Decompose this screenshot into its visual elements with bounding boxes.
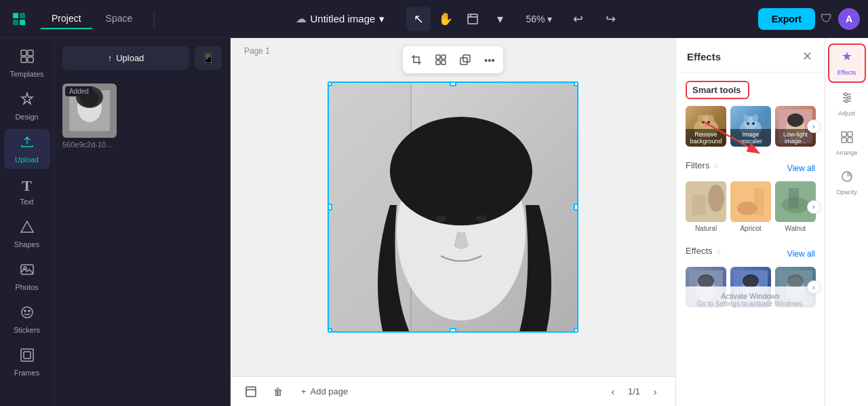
svg-rect-1 (20, 13, 25, 18)
handle-ml[interactable] (328, 204, 332, 210)
sidebar-item-frames[interactable]: Frames (4, 342, 50, 382)
handle-bm[interactable] (450, 328, 456, 333)
crop-tool-btn[interactable] (406, 49, 427, 71)
image-upscaler-thumbnail: Image upscaler (730, 106, 771, 147)
add-page-button[interactable]: + Add page (296, 384, 353, 399)
remove-bg-overlay: Remove background (686, 129, 726, 147)
sidebar-item-text[interactable]: T Text (4, 172, 50, 211)
svg-rect-26 (436, 60, 440, 64)
handle-br[interactable] (574, 328, 578, 333)
sidebar-item-design[interactable]: Design (4, 86, 50, 126)
file-name: 560e9c2d-1036-410... (62, 141, 117, 149)
smart-tools-next-btn[interactable]: › (807, 119, 821, 133)
project-tabs: Project Space (41, 9, 143, 29)
sidebar-item-upload[interactable]: Upload (4, 129, 50, 169)
svg-point-14 (22, 307, 33, 318)
handle-bl[interactable] (328, 328, 332, 333)
svg-rect-60 (754, 188, 764, 215)
mini-adjust-btn[interactable]: Adjust (828, 86, 866, 122)
page-settings-btn[interactable] (241, 382, 260, 401)
grid-tool-btn[interactable] (430, 49, 452, 71)
toolbar-icons: ↖ ✋ ▾ (406, 7, 512, 31)
frame-dropdown-btn[interactable]: ▾ (488, 7, 512, 31)
svg-rect-80 (848, 132, 852, 136)
canvas-bottom-bar: 🗑 + Add page ‹ 1/1 › (231, 376, 675, 406)
remove-bg-card[interactable]: Remove background (686, 106, 726, 147)
svg-point-54 (787, 113, 804, 127)
handle-tl[interactable] (328, 81, 332, 86)
mini-arrange-btn[interactable]: Arrange (828, 125, 866, 162)
add-page-plus: + (301, 386, 307, 396)
phone-icon: 📱 (201, 52, 215, 64)
export-button[interactable]: Export (758, 8, 815, 30)
effects-next-btn[interactable]: › (807, 280, 821, 294)
canvas-image[interactable]: ↻ (328, 81, 578, 333)
mini-effects-btn[interactable]: Effects (828, 43, 866, 83)
svg-rect-4 (468, 14, 477, 24)
effects-view-all[interactable]: View all (787, 249, 815, 259)
select-tool-btn[interactable]: ↖ (406, 7, 431, 31)
sidebar-item-stickers[interactable]: Stickers (4, 299, 50, 339)
topbar-right: Export 🛡 A (758, 8, 860, 30)
natural-filter-card[interactable]: Natural (686, 181, 726, 232)
apricot-filter-card[interactable]: Apricot (730, 181, 771, 232)
adjust-mini-icon (840, 91, 854, 108)
svg-point-44 (707, 121, 710, 124)
design-label: Design (15, 113, 38, 121)
mini-opacity-btn[interactable]: Opacity (828, 164, 866, 201)
arrange-mini-icon (840, 130, 854, 147)
zoom-control[interactable]: 56% ▾ (520, 11, 557, 27)
smart-tools-section: Smart tools Re (676, 73, 825, 152)
sidebar-item-templates[interactable]: Templates (4, 43, 50, 84)
filters-view-all[interactable]: View all (787, 164, 815, 173)
svg-rect-58 (730, 181, 771, 222)
next-page-btn[interactable]: › (646, 382, 665, 401)
redo-btn[interactable]: ↪ (598, 7, 623, 31)
logo-icon[interactable] (8, 8, 30, 30)
delete-btn[interactable]: 🗑 (269, 382, 288, 401)
svg-rect-29 (460, 58, 467, 64)
image-upscaler-card[interactable]: Image upscaler (730, 106, 771, 147)
avatar[interactable]: A (838, 8, 860, 30)
effects-sub-label: Effects ○ (686, 246, 721, 256)
image-upscaler-overlay: Image upscaler (730, 129, 771, 147)
pan-tool-btn[interactable]: ✋ (433, 7, 458, 31)
right-mini-sidebar: Effects Adjust (825, 38, 868, 406)
prev-page-btn[interactable]: ‹ (604, 382, 623, 401)
page-number: 1/1 (628, 386, 640, 396)
effects-sub-header: Effects ○ View all (686, 246, 815, 261)
undo-btn[interactable]: ↩ (566, 7, 590, 31)
copy-tool-btn[interactable] (454, 49, 476, 71)
doc-title-area[interactable]: ☁ Untitled image ▾ (296, 12, 385, 25)
filters-next-btn[interactable]: › (807, 200, 821, 214)
doc-title-text: Untitled image (311, 13, 376, 24)
svg-point-34 (390, 117, 532, 225)
svg-point-66 (698, 274, 714, 288)
effects-close-btn[interactable]: ✕ (801, 48, 814, 65)
more-tool-btn[interactable]: ••• (479, 49, 500, 71)
stickers-label: Stickers (14, 326, 40, 334)
tab-project[interactable]: Project (41, 9, 92, 29)
svg-rect-25 (441, 55, 446, 59)
cloud-icon: ☁ (296, 12, 307, 25)
effects-panel-title: Effects (687, 51, 721, 62)
handle-mr[interactable] (574, 204, 578, 210)
svg-rect-18 (24, 352, 31, 358)
handle-tm[interactable] (450, 81, 456, 86)
svg-rect-37 (246, 387, 256, 396)
sidebar-item-shapes[interactable]: Shapes (4, 214, 50, 254)
frame-tool-btn[interactable] (460, 7, 485, 31)
effects-sub-section: Effects ○ View all (676, 238, 825, 313)
sidebar-item-photos[interactable]: Photos (4, 257, 50, 297)
upload-button[interactable]: ↑ Upload (62, 46, 189, 70)
svg-rect-9 (21, 57, 26, 62)
svg-rect-63 (789, 188, 799, 208)
file-item[interactable]: Added 560e9c2d-1036-410... (62, 84, 222, 149)
tab-space[interactable]: Space (95, 9, 144, 29)
activate-windows-overlay: Activate Windows Go to Settings to activ… (676, 287, 825, 313)
phone-button[interactable]: 📱 (195, 46, 222, 70)
handle-tr[interactable] (574, 81, 578, 86)
svg-rect-0 (13, 13, 18, 18)
svg-rect-7 (21, 50, 26, 56)
svg-point-16 (28, 310, 30, 312)
